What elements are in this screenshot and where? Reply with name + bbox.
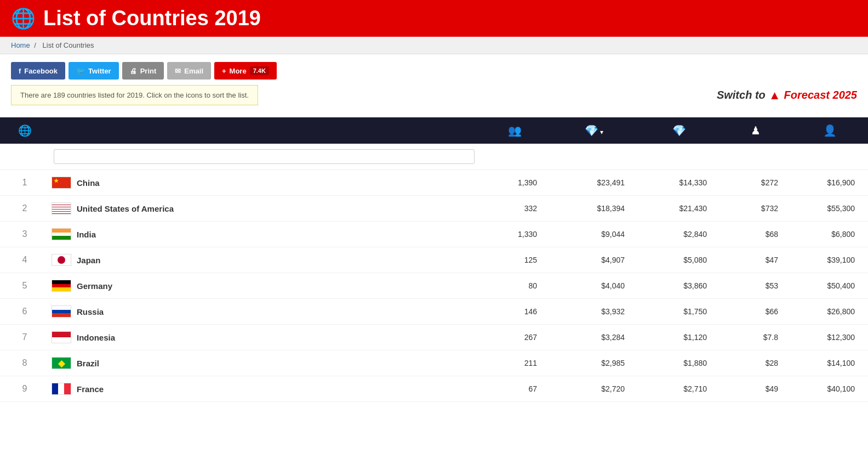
- more-label: More: [230, 67, 247, 75]
- gdp-per-cap-nom-cell: $272: [720, 178, 791, 187]
- breadcrumb: Home / List of Countries: [0, 37, 868, 54]
- country-cell[interactable]: Brazil: [49, 357, 479, 369]
- page-title: List of Countries 2019: [43, 7, 261, 30]
- page-header: 🌐 List of Countries 2019: [0, 0, 868, 37]
- gdp-per-cap-nom-cell: $732: [720, 204, 791, 213]
- gdp-per-cap-ppp-cell: $40,100: [791, 384, 868, 393]
- table-row: 7 Indonesia 267 $3,284 $1,120 $7.8 $12,3…: [0, 325, 868, 350]
- gdp-per-cap-ppp-cell: $55,300: [791, 204, 868, 213]
- info-bar: There are 189 countries listed for 2019.…: [0, 85, 868, 111]
- population-cell: 1,330: [479, 230, 550, 239]
- table-row: 2 United States of America 332 $18,394 $…: [0, 196, 868, 222]
- country-cell[interactable]: Indonesia: [49, 331, 479, 343]
- gdp-per-cap-ppp-cell: $16,900: [791, 178, 868, 187]
- gdp-per-cap-nom-cell: $7.8: [720, 333, 791, 342]
- country-name: Brazil: [77, 359, 99, 368]
- rank-cell: 6: [0, 307, 49, 316]
- rank-cell: 5: [0, 281, 49, 291]
- table-body: 1 China 1,390 $23,491 $14,330 $272 $16,9…: [0, 170, 868, 402]
- table-row: 4 Japan 125 $4,907 $5,080 $47 $39,100: [0, 247, 868, 273]
- info-text: There are 189 countries listed for 2019.…: [20, 91, 249, 99]
- rank-cell: 4: [0, 255, 49, 265]
- table-header: 🌐 👥 💎▾ 💎 ♟ 👤: [0, 117, 868, 144]
- country-search-cell[interactable]: [49, 149, 479, 164]
- print-button[interactable]: 🖨 Print: [122, 62, 164, 80]
- flag-brazil: [52, 357, 71, 369]
- twitter-label: Twitter: [88, 67, 111, 75]
- table-row: 3 India 1,330 $9,044 $2,840 $68 $6,800: [0, 222, 868, 247]
- population-cell: 67: [479, 384, 550, 393]
- col-globe[interactable]: 🌐: [0, 122, 49, 139]
- breadcrumb-home[interactable]: Home: [11, 41, 30, 49]
- country-cell[interactable]: Germany: [49, 280, 479, 292]
- col-gdp-ppp[interactable]: 💎▾: [550, 122, 638, 139]
- country-name: Germany: [77, 281, 112, 291]
- country-cell[interactable]: India: [49, 228, 479, 240]
- more-button[interactable]: + More 7.4K: [214, 62, 277, 80]
- country-cell[interactable]: Russia: [49, 305, 479, 318]
- gdp-per-cap-ppp-cell: $6,800: [791, 230, 868, 239]
- population-cell: 146: [479, 307, 550, 316]
- flag-japan: [52, 254, 71, 266]
- population-cell: 80: [479, 281, 550, 290]
- gdp-nominal-cell: $1,880: [638, 359, 720, 367]
- gdp-per-cap-nom-cell: $66: [720, 307, 791, 316]
- gdp-nominal-cell: $1,750: [638, 307, 720, 316]
- gdp-ppp-cell: $3,932: [550, 307, 638, 316]
- rank-cell: 1: [0, 178, 49, 188]
- gdp-nominal-cell: $2,840: [638, 230, 720, 239]
- gdp-ppp-cell: $9,044: [550, 230, 638, 239]
- population-cell: 267: [479, 333, 550, 342]
- col-gdp-nominal[interactable]: 💎: [638, 122, 720, 139]
- flag-france: [52, 383, 71, 395]
- facebook-icon: f: [19, 67, 21, 75]
- gdp-per-cap-nom-cell: $68: [720, 230, 791, 239]
- country-name: France: [77, 384, 104, 394]
- col-gdp-per-cap-ppp[interactable]: 👤: [791, 122, 868, 139]
- country-name: Japan: [77, 256, 100, 265]
- table-row: 5 Germany 80 $4,040 $3,860 $53 $50,400: [0, 273, 868, 299]
- gdp-per-cap-ppp-cell: $39,100: [791, 256, 868, 264]
- country-cell[interactable]: China: [49, 177, 479, 189]
- population-cell: 332: [479, 204, 550, 213]
- table-row: 9 France 67 $2,720 $2,710 $49 $40,100: [0, 376, 868, 402]
- switch-forecast-link[interactable]: Switch to ▲ Forecast 2025: [717, 88, 857, 103]
- country-name: India: [77, 230, 96, 239]
- twitter-button[interactable]: 🐦 Twitter: [68, 62, 119, 80]
- population-cell: 125: [479, 256, 550, 264]
- gdp-nominal-cell: $2,710: [638, 384, 720, 393]
- gdp-per-cap-nom-cell: $53: [720, 281, 791, 290]
- gdp-per-cap-nom-cell: $49: [720, 384, 791, 393]
- globe-icon: 🌐: [11, 7, 36, 30]
- country-search-input[interactable]: [54, 149, 475, 164]
- flag-russia: [52, 305, 71, 318]
- forecast-icon: ▲: [769, 88, 781, 103]
- email-button[interactable]: ✉ Email: [167, 62, 211, 80]
- gdp-per-cap-ppp-cell: $26,800: [791, 307, 868, 316]
- rank-cell: 3: [0, 229, 49, 239]
- gdp-per-cap-ppp-cell: $14,100: [791, 359, 868, 367]
- table-row: 1 China 1,390 $23,491 $14,330 $272 $16,9…: [0, 170, 868, 196]
- rank-cell: 9: [0, 384, 49, 394]
- gdp-per-cap-ppp-cell: $50,400: [791, 281, 868, 290]
- gdp-nominal-cell: $3,860: [638, 281, 720, 290]
- info-box: There are 189 countries listed for 2019.…: [11, 85, 258, 105]
- rank-cell: 2: [0, 203, 49, 213]
- facebook-button[interactable]: f Facebook: [11, 62, 65, 80]
- search-row: [0, 144, 868, 170]
- col-population[interactable]: 👥: [479, 122, 550, 139]
- population-cell: 1,390: [479, 178, 550, 187]
- country-cell[interactable]: Japan: [49, 254, 479, 266]
- rank-cell: 8: [0, 358, 49, 368]
- print-label: Print: [140, 67, 157, 75]
- gdp-ppp-cell: $4,040: [550, 281, 638, 290]
- table-row: 6 Russia 146 $3,932 $1,750 $66 $26,800: [0, 299, 868, 325]
- rank-cell: 7: [0, 332, 49, 342]
- gdp-ppp-cell: $18,394: [550, 204, 638, 213]
- table-row: 8 Brazil 211 $2,985 $1,880 $28 $14,100: [0, 350, 868, 376]
- gdp-nominal-cell: $21,430: [638, 204, 720, 213]
- country-cell[interactable]: France: [49, 383, 479, 395]
- breadcrumb-separator: /: [34, 41, 36, 49]
- country-cell[interactable]: United States of America: [49, 202, 479, 214]
- col-gdp-per-cap-nom[interactable]: ♟: [720, 122, 791, 139]
